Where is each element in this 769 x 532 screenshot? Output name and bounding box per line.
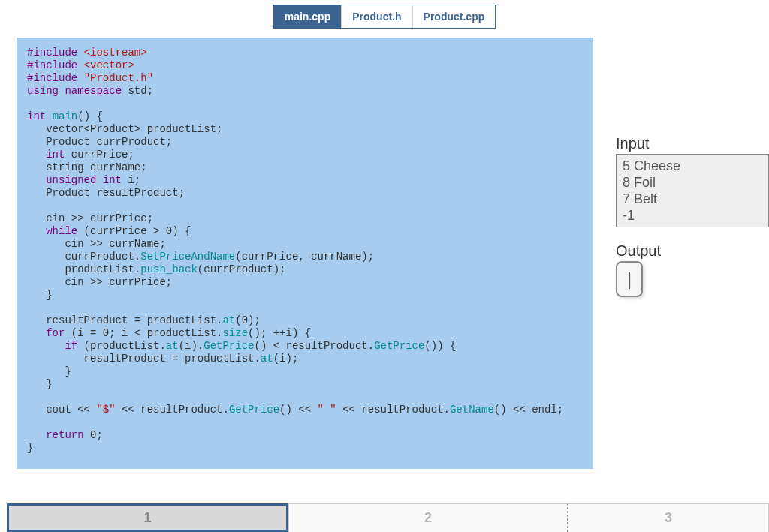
input-label: Input xyxy=(616,135,769,152)
page-tab-3[interactable]: 3 xyxy=(568,503,769,532)
tab-product-h[interactable]: Product.h xyxy=(342,5,412,28)
output-box[interactable] xyxy=(616,261,643,297)
pager: 1 2 3 xyxy=(7,503,769,532)
input-text: 5 Cheese 8 Foil 7 Belt -1 xyxy=(616,154,769,227)
code-editor: #include <iostream> #include <vector> #i… xyxy=(17,38,593,469)
tab-main-cpp[interactable]: main.cpp xyxy=(274,5,342,28)
output-label: Output xyxy=(616,242,769,260)
tab-product-cpp[interactable]: Product.cpp xyxy=(413,5,496,28)
page-tab-2[interactable]: 2 xyxy=(288,503,568,532)
page-tab-1[interactable]: 1 xyxy=(7,503,288,532)
file-tabs: main.cpp Product.h Product.cpp xyxy=(273,5,496,29)
